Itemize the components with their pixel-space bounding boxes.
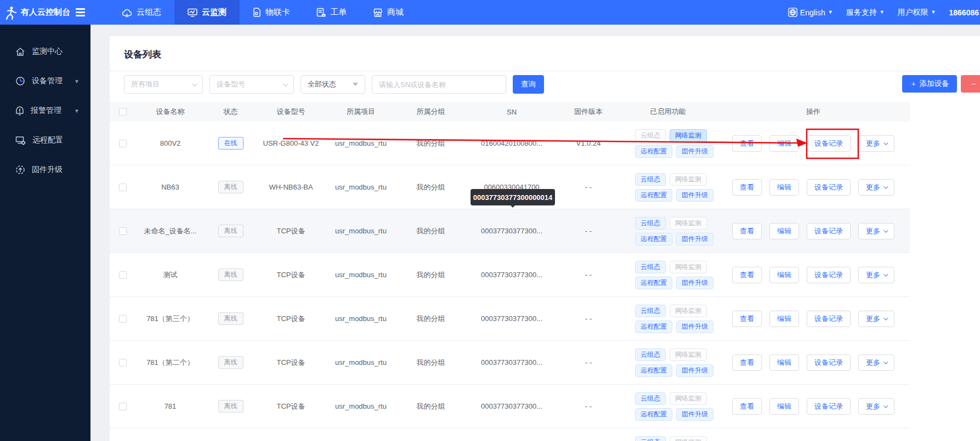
feature-badge[interactable]: 网络监测 xyxy=(670,129,707,142)
device-model-select[interactable]: 设备型号 xyxy=(209,75,294,94)
row-checkbox[interactable] xyxy=(119,271,127,279)
view-button[interactable]: 查看 xyxy=(732,311,762,327)
nav-item-cloud-scada[interactable]: 云组态 xyxy=(109,0,174,25)
feature-badge[interactable]: 网络监测 xyxy=(670,261,707,273)
feature-badge[interactable]: 网络监测 xyxy=(670,173,707,186)
query-button[interactable]: 查询 xyxy=(513,75,544,94)
chevron-down-icon xyxy=(883,359,888,364)
device-record-button[interactable]: 设备记录 xyxy=(807,311,851,327)
device-sn[interactable]: 00037730377300... xyxy=(465,402,558,410)
table-header-row: 设备名称 状态 设备型号 所属项目 所属分组 SN 固件版本 已启用功能 操作 xyxy=(110,102,910,122)
nav-item-cloud-monitor[interactable]: 云监测 xyxy=(174,0,240,25)
feature-badge[interactable]: 网络监测 xyxy=(670,348,707,361)
device-sn[interactable]: 00037730377300... xyxy=(465,314,558,323)
device-sn[interactable]: 00037730377300... xyxy=(465,227,558,235)
feature-badge[interactable]: 云组态 xyxy=(635,392,666,405)
feature-badge[interactable]: 远程配置 xyxy=(635,320,672,333)
view-button[interactable]: 查看 xyxy=(732,223,762,239)
feature-badge[interactable]: 远程配置 xyxy=(635,189,672,202)
more-button[interactable]: 更多 xyxy=(858,135,894,152)
device-sn[interactable]: 00037730377300... xyxy=(465,358,558,366)
view-button[interactable]: 查看 xyxy=(732,398,762,415)
nav-item-work-order[interactable]: 工单 xyxy=(303,0,360,25)
feature-badge[interactable]: 网络监测 xyxy=(670,392,707,405)
more-button[interactable]: 更多 xyxy=(858,354,894,371)
feature-badge[interactable]: 云组态 xyxy=(635,129,666,142)
sidebar-item-device-manage[interactable]: 设备管理 ▼ xyxy=(0,66,90,96)
feature-badge[interactable]: 远程配置 xyxy=(635,408,672,421)
device-record-button[interactable]: 设备记录 xyxy=(807,135,851,152)
feature-badge[interactable]: 云组态 xyxy=(635,348,666,361)
device-record-button[interactable]: 设备记录 xyxy=(807,179,851,196)
delete-device-button[interactable]: － xyxy=(961,75,980,93)
group-name: 我的分组 xyxy=(396,182,465,192)
edit-button[interactable]: 编辑 xyxy=(769,223,799,239)
edit-button[interactable]: 编辑 xyxy=(769,398,799,415)
feature-badge[interactable]: 云组态 xyxy=(635,173,666,186)
add-device-button[interactable]: ＋ 添加设备 xyxy=(902,75,957,93)
select-all-checkbox[interactable] xyxy=(119,108,127,116)
device-record-button[interactable]: 设备记录 xyxy=(807,354,851,371)
sn-search-input[interactable] xyxy=(372,75,506,94)
device-sn[interactable]: 01600420100800... xyxy=(465,139,558,147)
table-row: 781（第二个） 离线 TCP设备 usr_modbus_rtu 我的分组 00… xyxy=(110,341,910,385)
row-checkbox[interactable] xyxy=(119,227,127,235)
nav-item-iot-sim[interactable]: 物联卡 xyxy=(240,0,303,25)
row-checkbox[interactable] xyxy=(119,359,127,366)
group-name: 我的分组 xyxy=(396,270,465,280)
more-button[interactable]: 更多 xyxy=(858,398,894,415)
row-checkbox[interactable] xyxy=(119,140,127,147)
project-select[interactable]: 所有项目 xyxy=(124,75,203,94)
language-switcher[interactable]: English ▼ xyxy=(788,8,833,17)
edit-button[interactable]: 编辑 xyxy=(769,179,799,196)
feature-badge[interactable]: 固件升级 xyxy=(676,145,713,158)
edit-button[interactable]: 编辑 xyxy=(769,135,799,152)
view-button[interactable]: 查看 xyxy=(732,354,762,371)
feature-badge[interactable]: 网络监测 xyxy=(670,436,707,441)
row-checkbox[interactable] xyxy=(119,315,127,323)
feature-badge[interactable]: 网络监测 xyxy=(670,217,707,230)
status-select[interactable]: 全部状态 xyxy=(301,75,365,94)
device-manage-icon xyxy=(15,76,25,86)
nav-item-store[interactable]: 商城 xyxy=(360,0,417,25)
edit-button[interactable]: 编辑 xyxy=(769,354,799,371)
feature-badge[interactable]: 云组态 xyxy=(635,261,666,273)
feature-badge[interactable]: 固件升级 xyxy=(676,189,713,202)
edit-button[interactable]: 编辑 xyxy=(769,311,799,327)
device-record-button[interactable]: 设备记录 xyxy=(807,223,851,239)
feature-badge[interactable]: 云组态 xyxy=(635,217,666,230)
sidebar-item-remote-config[interactable]: 远程配置 xyxy=(0,125,90,155)
user-permission-menu[interactable]: 用户权限 ▼ xyxy=(898,8,936,18)
row-checkbox[interactable] xyxy=(119,403,127,410)
feature-badge[interactable]: 固件升级 xyxy=(676,364,713,377)
feature-badge[interactable]: 固件升级 xyxy=(676,277,713,289)
sidebar-item-monitor-center[interactable]: 监测中心 xyxy=(0,37,90,66)
view-button[interactable]: 查看 xyxy=(732,179,762,196)
sidebar-item-alarm-manage[interactable]: 报警管理 ▼ xyxy=(0,96,90,125)
feature-badge[interactable]: 远程配置 xyxy=(635,364,672,377)
feature-badge[interactable]: 远程配置 xyxy=(635,277,672,289)
feature-badge[interactable]: 网络监测 xyxy=(670,305,707,317)
feature-badge[interactable]: 固件升级 xyxy=(676,233,713,245)
feature-badge[interactable]: 远程配置 xyxy=(635,145,672,158)
edit-button[interactable]: 编辑 xyxy=(769,267,799,283)
feature-badge[interactable]: 远程配置 xyxy=(635,233,672,245)
account-phone[interactable]: 1866086 xyxy=(949,8,979,17)
service-support-menu[interactable]: 服务支持 ▼ xyxy=(846,8,885,18)
device-sn[interactable]: 00037730377300... xyxy=(465,271,558,279)
more-button[interactable]: 更多 xyxy=(858,267,894,283)
more-button[interactable]: 更多 xyxy=(858,223,894,239)
view-button[interactable]: 查看 xyxy=(732,267,762,283)
hamburger-menu-icon[interactable] xyxy=(76,8,85,16)
feature-badge[interactable]: 云组态 xyxy=(635,305,666,317)
feature-badge[interactable]: 固件升级 xyxy=(676,320,713,333)
device-record-button[interactable]: 设备记录 xyxy=(807,267,851,283)
row-checkbox[interactable] xyxy=(119,184,127,191)
feature-badge[interactable]: 云组态 xyxy=(635,436,666,441)
device-record-button[interactable]: 设备记录 xyxy=(807,398,851,415)
sidebar-item-firmware-upgrade[interactable]: 固件升级 xyxy=(0,155,90,185)
view-button[interactable]: 查看 xyxy=(732,135,762,152)
more-button[interactable]: 更多 xyxy=(858,311,894,327)
feature-badge[interactable]: 固件升级 xyxy=(676,408,713,421)
more-button[interactable]: 更多 xyxy=(858,179,894,196)
